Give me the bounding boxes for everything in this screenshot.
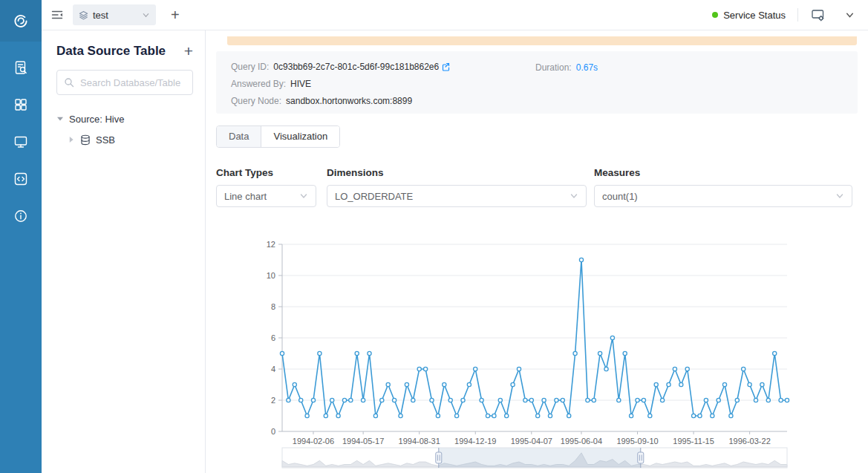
- data-point[interactable]: [498, 398, 502, 402]
- data-point[interactable]: [579, 258, 583, 261]
- data-point[interactable]: [287, 398, 290, 402]
- datazoom-handle[interactable]: [638, 452, 644, 463]
- data-point[interactable]: [766, 398, 770, 402]
- chevron-down-icon[interactable]: [142, 11, 150, 19]
- data-point[interactable]: [673, 367, 676, 371]
- data-point[interactable]: [592, 398, 595, 402]
- data-point[interactable]: [654, 382, 658, 386]
- data-point[interactable]: [529, 398, 533, 402]
- data-point[interactable]: [667, 382, 670, 386]
- line-chart[interactable]: 0246810121994-02-061994-05-171994-08-311…: [261, 238, 790, 445]
- data-point[interactable]: [405, 382, 408, 386]
- data-point[interactable]: [517, 367, 521, 371]
- add-tab-button[interactable]: +: [168, 7, 183, 22]
- data-point[interactable]: [573, 351, 577, 355]
- data-point[interactable]: [698, 414, 702, 417]
- data-point[interactable]: [685, 367, 689, 371]
- datazoom-window[interactable]: [439, 448, 641, 468]
- data-point[interactable]: [567, 414, 571, 417]
- data-point[interactable]: [349, 398, 353, 402]
- data-point[interactable]: [523, 398, 527, 402]
- data-point[interactable]: [486, 414, 489, 417]
- measures-select[interactable]: count(1): [594, 185, 852, 207]
- tree-node-source-hive[interactable]: Source: Hive: [56, 108, 193, 129]
- app-logo-icon[interactable]: [0, 0, 42, 42]
- data-point[interactable]: [623, 351, 627, 355]
- data-point[interactable]: [299, 398, 303, 402]
- data-point[interactable]: [729, 414, 733, 417]
- chart-area[interactable]: 0246810121994-02-061994-05-171994-08-311…: [261, 238, 790, 469]
- collapse-sidebar-icon[interactable]: [50, 8, 64, 22]
- data-point[interactable]: [355, 351, 359, 355]
- data-point[interactable]: [773, 351, 777, 355]
- data-point[interactable]: [443, 382, 446, 386]
- data-point[interactable]: [735, 398, 739, 402]
- data-point[interactable]: [424, 367, 428, 371]
- data-point[interactable]: [362, 398, 365, 402]
- data-point[interactable]: [779, 398, 783, 402]
- data-point[interactable]: [430, 398, 434, 402]
- data-point[interactable]: [555, 398, 558, 402]
- data-point[interactable]: [536, 414, 540, 417]
- data-point[interactable]: [399, 414, 402, 417]
- data-point[interactable]: [467, 382, 471, 386]
- data-point[interactable]: [717, 398, 720, 402]
- data-point[interactable]: [586, 398, 590, 402]
- sidebar-item-developer[interactable]: [6, 164, 36, 194]
- data-point[interactable]: [305, 414, 309, 417]
- data-point[interactable]: [785, 398, 789, 402]
- data-point[interactable]: [748, 382, 751, 386]
- data-point[interactable]: [610, 336, 614, 339]
- data-point[interactable]: [754, 398, 757, 402]
- data-point[interactable]: [324, 414, 327, 417]
- data-point[interactable]: [617, 398, 621, 402]
- data-point[interactable]: [692, 414, 696, 417]
- sidebar-item-about[interactable]: [6, 201, 36, 231]
- caret-down-icon[interactable]: [56, 115, 64, 123]
- data-point[interactable]: [461, 398, 465, 402]
- data-point[interactable]: [318, 351, 322, 355]
- data-point[interactable]: [474, 367, 477, 371]
- data-point[interactable]: [336, 414, 340, 417]
- sidebar-item-query[interactable]: [6, 53, 36, 82]
- datazoom-handle[interactable]: [436, 452, 442, 463]
- data-point[interactable]: [330, 398, 334, 402]
- data-point[interactable]: [742, 367, 745, 371]
- data-point[interactable]: [386, 382, 390, 386]
- data-point[interactable]: [368, 351, 371, 355]
- service-status[interactable]: Service Status: [712, 10, 786, 21]
- dimensions-select[interactable]: LO_ORDERDATE: [327, 185, 587, 207]
- data-point[interactable]: [293, 382, 296, 386]
- add-datasource-button[interactable]: +: [184, 44, 193, 59]
- data-point[interactable]: [511, 382, 515, 386]
- chart-type-select[interactable]: Line chart: [216, 185, 316, 207]
- data-point[interactable]: [760, 382, 764, 386]
- data-point[interactable]: [722, 382, 726, 386]
- data-point[interactable]: [417, 367, 421, 371]
- data-point[interactable]: [280, 351, 284, 355]
- data-point[interactable]: [455, 414, 459, 417]
- external-link-icon[interactable]: [441, 62, 450, 71]
- data-point[interactable]: [393, 398, 397, 402]
- datasource-search-input[interactable]: [79, 76, 186, 89]
- tab-visualization[interactable]: Visualization: [261, 126, 339, 147]
- data-point[interactable]: [448, 398, 452, 402]
- query-tab[interactable]: test: [73, 4, 156, 25]
- data-point[interactable]: [380, 398, 384, 402]
- data-point[interactable]: [542, 398, 546, 402]
- data-point[interactable]: [604, 367, 608, 371]
- data-point[interactable]: [548, 414, 552, 417]
- sidebar-item-datasource[interactable]: [6, 90, 36, 120]
- data-point[interactable]: [561, 398, 564, 402]
- caret-right-icon[interactable]: [68, 136, 75, 143]
- data-point[interactable]: [373, 414, 377, 417]
- data-point[interactable]: [311, 398, 315, 402]
- data-point[interactable]: [679, 382, 683, 386]
- sidebar-item-monitor[interactable]: [6, 127, 36, 157]
- tab-data[interactable]: Data: [217, 126, 261, 147]
- data-point[interactable]: [480, 398, 483, 402]
- data-point[interactable]: [411, 398, 415, 402]
- tree-node-ssb[interactable]: SSB: [56, 129, 193, 150]
- data-point[interactable]: [342, 398, 346, 402]
- data-point[interactable]: [661, 398, 665, 402]
